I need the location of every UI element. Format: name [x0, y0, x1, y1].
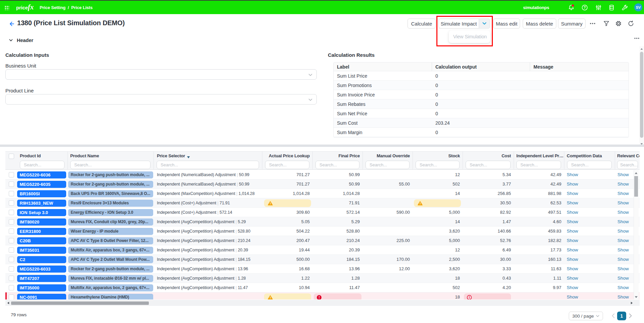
svg-text:?: ? — [584, 5, 586, 9]
